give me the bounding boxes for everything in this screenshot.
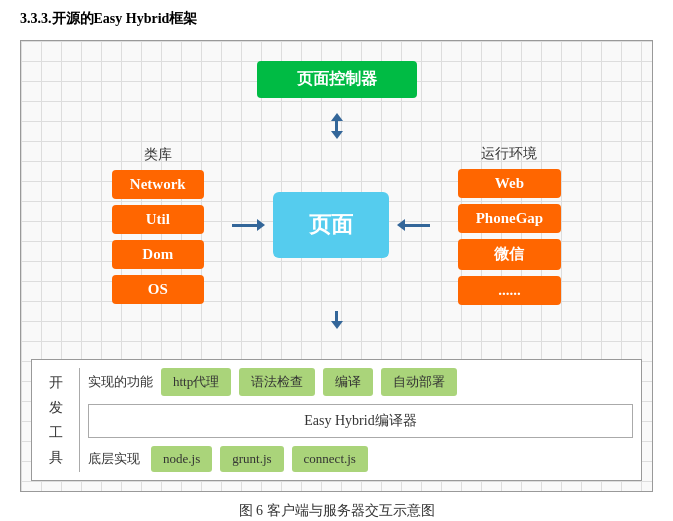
runtime-wechat: 微信 <box>458 239 562 270</box>
dev-tools-text3: 工 <box>49 420 63 445</box>
arrow-v-line <box>335 121 338 131</box>
upper-section: 页面控制器 类库 Network Util Dom OS <box>31 51 642 349</box>
page-title: 3.3.3.开源的Easy Hybrid框架 <box>20 10 653 28</box>
impl-nodejs: node.js <box>151 446 212 472</box>
diagram-container: 页面控制器 类库 Network Util Dom OS <box>20 40 653 492</box>
runtime-phonegap: PhoneGap <box>458 204 562 233</box>
runtime-to-page-arrow <box>397 219 430 231</box>
lib-item-os: OS <box>112 275 204 304</box>
dev-tools-label: 开 发 工 具 <box>40 368 80 472</box>
lib-item-network: Network <box>112 170 204 199</box>
func-http: http代理 <box>161 368 231 396</box>
page-controller-row: 页面控制器 <box>31 61 642 98</box>
dev-tools-text4: 具 <box>49 445 63 470</box>
page-box: 页面 <box>273 192 389 258</box>
middle-row: 类库 Network Util Dom OS 页面 <box>31 145 642 305</box>
impl-row: 底层实现 node.js grunt.js connect.js <box>88 446 633 472</box>
dev-tools-text: 开 <box>49 370 63 395</box>
impl-connectjs: connect.js <box>292 446 368 472</box>
ctrl-page-arrow <box>331 113 343 139</box>
library-label: 类库 <box>144 146 172 164</box>
page-down-arrow <box>331 311 343 329</box>
runtime-label: 运行环境 <box>481 145 537 163</box>
arrow-up-icon <box>331 113 343 121</box>
lib-to-page-arrow <box>232 219 265 231</box>
arrow-left-icon <box>397 219 405 231</box>
center-section: 页面 <box>273 192 389 258</box>
compiler-row: Easy Hybrid编译器 <box>88 404 633 438</box>
page-controller-box: 页面控制器 <box>257 61 417 98</box>
functions-label: 实现的功能 <box>88 373 153 391</box>
runtime-items: Web PhoneGap 微信 ...... <box>458 169 562 305</box>
arrow-h-line <box>232 224 257 227</box>
func-deploy: 自动部署 <box>381 368 457 396</box>
arrow-h-line2 <box>405 224 430 227</box>
func-compile: 编译 <box>323 368 373 396</box>
lib-item-util: Util <box>112 205 204 234</box>
lib-items: Network Util Dom OS <box>112 170 204 304</box>
lower-section: 开 发 工 具 实现的功能 http代理 语法检查 编译 自动部署 Easy H… <box>31 359 642 481</box>
arrow-down-icon <box>331 131 343 139</box>
runtime-web: Web <box>458 169 562 198</box>
dev-tools-text2: 发 <box>49 395 63 420</box>
impl-gruntjs: grunt.js <box>220 446 283 472</box>
arrow-down-icon2 <box>331 321 343 329</box>
arrow-v-line2 <box>335 311 338 321</box>
lib-item-dom: Dom <box>112 240 204 269</box>
caption: 图 6 客户端与服务器交互示意图 <box>20 502 653 520</box>
runtime-section: 运行环境 Web PhoneGap 微信 ...... <box>458 145 562 305</box>
impl-label: 底层实现 <box>88 450 143 468</box>
runtime-more: ...... <box>458 276 562 305</box>
dev-tools-content: 实现的功能 http代理 语法检查 编译 自动部署 Easy Hybrid编译器… <box>88 368 633 472</box>
func-syntax: 语法检查 <box>239 368 315 396</box>
functions-row: 实现的功能 http代理 语法检查 编译 自动部署 <box>88 368 633 396</box>
library-section: 类库 Network Util Dom OS <box>112 146 204 304</box>
arrow-right-icon <box>257 219 265 231</box>
